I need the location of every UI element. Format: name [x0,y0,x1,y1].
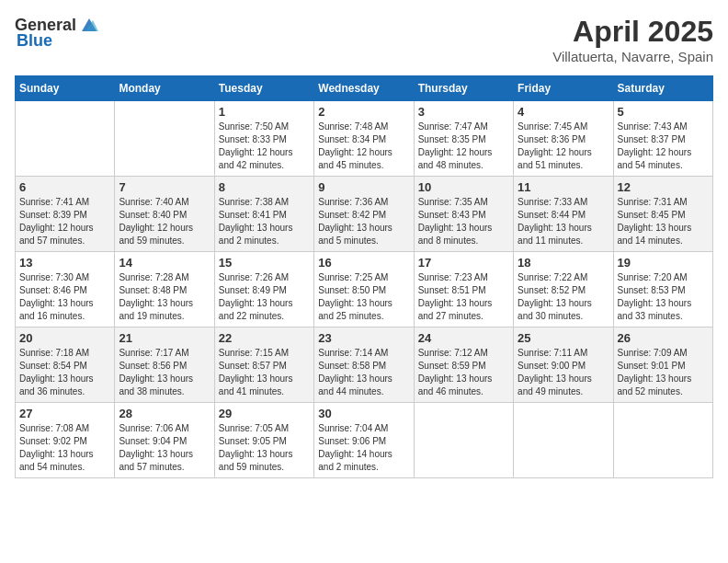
logo-blue: Blue [17,31,52,51]
weekday-header-monday: Monday [115,76,214,101]
day-number: 21 [119,331,210,345]
cell-info: Sunrise: 7:28 AM Sunset: 8:48 PM Dayligh… [119,271,210,323]
calendar-cell: 8Sunrise: 7:38 AM Sunset: 8:41 PM Daylig… [214,177,313,252]
day-number: 25 [518,331,609,345]
day-number: 20 [19,331,110,345]
cell-info: Sunrise: 7:15 AM Sunset: 8:57 PM Dayligh… [219,347,310,398]
day-number: 22 [219,331,310,345]
day-number: 14 [119,256,210,270]
cell-info: Sunrise: 7:40 AM Sunset: 8:40 PM Dayligh… [119,196,210,247]
calendar-cell: 13Sunrise: 7:30 AM Sunset: 8:46 PM Dayli… [16,252,115,327]
calendar-cell: 10Sunrise: 7:35 AM Sunset: 8:43 PM Dayli… [414,177,513,252]
day-number: 8 [219,180,310,194]
weekday-header-wednesday: Wednesday [314,76,414,101]
day-number: 19 [618,256,709,270]
day-number: 4 [518,105,609,119]
weekday-header-tuesday: Tuesday [214,76,313,101]
calendar-cell: 2Sunrise: 7:48 AM Sunset: 8:34 PM Daylig… [314,101,414,177]
calendar-cell: 6Sunrise: 7:41 AM Sunset: 8:39 PM Daylig… [16,177,115,252]
calendar-cell [16,101,115,177]
day-number: 2 [318,105,409,119]
month-title: April 2025 [552,15,713,49]
cell-info: Sunrise: 7:50 AM Sunset: 8:33 PM Dayligh… [219,121,310,172]
calendar-cell: 7Sunrise: 7:40 AM Sunset: 8:40 PM Daylig… [115,177,214,252]
cell-info: Sunrise: 7:41 AM Sunset: 8:39 PM Dayligh… [19,196,110,247]
day-number: 5 [618,105,709,119]
calendar-cell: 23Sunrise: 7:14 AM Sunset: 8:58 PM Dayli… [314,327,414,403]
cell-info: Sunrise: 7:04 AM Sunset: 9:06 PM Dayligh… [318,422,409,474]
cell-info: Sunrise: 7:36 AM Sunset: 8:42 PM Dayligh… [318,196,409,247]
cell-info: Sunrise: 7:33 AM Sunset: 8:44 PM Dayligh… [518,196,609,247]
cell-info: Sunrise: 7:18 AM Sunset: 8:54 PM Dayligh… [19,347,110,398]
calendar-cell [514,403,613,478]
calendar-cell: 26Sunrise: 7:09 AM Sunset: 9:01 PM Dayli… [613,327,712,403]
calendar-cell: 3Sunrise: 7:47 AM Sunset: 8:35 PM Daylig… [414,101,513,177]
calendar-week-row: 1Sunrise: 7:50 AM Sunset: 8:33 PM Daylig… [16,101,713,177]
day-number: 27 [19,407,110,420]
day-number: 6 [19,180,110,194]
cell-info: Sunrise: 7:05 AM Sunset: 9:05 PM Dayligh… [219,422,310,474]
day-number: 24 [418,331,509,345]
logo: General Blue [15,15,98,51]
calendar-week-row: 27Sunrise: 7:08 AM Sunset: 9:02 PM Dayli… [16,403,713,478]
calendar-cell: 30Sunrise: 7:04 AM Sunset: 9:06 PM Dayli… [314,403,414,478]
calendar-cell: 18Sunrise: 7:22 AM Sunset: 8:52 PM Dayli… [514,252,613,327]
cell-info: Sunrise: 7:22 AM Sunset: 8:52 PM Dayligh… [518,271,609,323]
calendar-cell: 12Sunrise: 7:31 AM Sunset: 8:45 PM Dayli… [613,177,712,252]
day-number: 28 [119,407,210,420]
cell-info: Sunrise: 7:47 AM Sunset: 8:35 PM Dayligh… [418,121,509,172]
calendar-cell: 29Sunrise: 7:05 AM Sunset: 9:05 PM Dayli… [214,403,313,478]
calendar-cell: 25Sunrise: 7:11 AM Sunset: 9:00 PM Dayli… [514,327,613,403]
cell-info: Sunrise: 7:17 AM Sunset: 8:56 PM Dayligh… [119,347,210,398]
cell-info: Sunrise: 7:43 AM Sunset: 8:37 PM Dayligh… [618,121,709,172]
day-number: 10 [418,180,509,194]
day-number: 11 [518,180,609,194]
location-title: Villatuerta, Navarre, Spain [552,49,713,64]
title-area: April 2025 Villatuerta, Navarre, Spain [552,15,713,64]
calendar-cell [414,403,513,478]
calendar-cell: 5Sunrise: 7:43 AM Sunset: 8:37 PM Daylig… [613,101,712,177]
day-number: 7 [119,180,210,194]
calendar-cell: 21Sunrise: 7:17 AM Sunset: 8:56 PM Dayli… [115,327,214,403]
day-number: 23 [318,331,409,345]
calendar-cell: 15Sunrise: 7:26 AM Sunset: 8:49 PM Dayli… [214,252,313,327]
calendar-cell: 22Sunrise: 7:15 AM Sunset: 8:57 PM Dayli… [214,327,313,403]
calendar-week-row: 6Sunrise: 7:41 AM Sunset: 8:39 PM Daylig… [16,177,713,252]
cell-info: Sunrise: 7:06 AM Sunset: 9:04 PM Dayligh… [119,422,210,474]
cell-info: Sunrise: 7:45 AM Sunset: 8:36 PM Dayligh… [518,121,609,172]
calendar-cell: 16Sunrise: 7:25 AM Sunset: 8:50 PM Dayli… [314,252,414,327]
calendar-cell: 17Sunrise: 7:23 AM Sunset: 8:51 PM Dayli… [414,252,513,327]
cell-info: Sunrise: 7:35 AM Sunset: 8:43 PM Dayligh… [418,196,509,247]
cell-info: Sunrise: 7:20 AM Sunset: 8:53 PM Dayligh… [618,271,709,323]
day-number: 18 [518,256,609,270]
page-header: General Blue April 2025 Villatuerta, Nav… [15,15,713,64]
calendar-cell: 1Sunrise: 7:50 AM Sunset: 8:33 PM Daylig… [214,101,313,177]
weekday-header-sunday: Sunday [16,76,115,101]
calendar-cell: 28Sunrise: 7:06 AM Sunset: 9:04 PM Dayli… [115,403,214,478]
day-number: 3 [418,105,509,119]
cell-info: Sunrise: 7:48 AM Sunset: 8:34 PM Dayligh… [318,121,409,172]
day-number: 26 [618,331,709,345]
cell-info: Sunrise: 7:09 AM Sunset: 9:01 PM Dayligh… [618,347,709,398]
calendar-cell [115,101,214,177]
day-number: 30 [318,407,409,420]
calendar-week-row: 20Sunrise: 7:18 AM Sunset: 8:54 PM Dayli… [16,327,713,403]
calendar-cell: 20Sunrise: 7:18 AM Sunset: 8:54 PM Dayli… [16,327,115,403]
day-number: 9 [318,180,409,194]
calendar-table: SundayMondayTuesdayWednesdayThursdayFrid… [15,75,713,478]
day-number: 29 [219,407,310,420]
calendar-cell: 9Sunrise: 7:36 AM Sunset: 8:42 PM Daylig… [314,177,414,252]
day-number: 17 [418,256,509,270]
calendar-cell: 19Sunrise: 7:20 AM Sunset: 8:53 PM Dayli… [613,252,712,327]
cell-info: Sunrise: 7:31 AM Sunset: 8:45 PM Dayligh… [618,196,709,247]
day-number: 13 [19,256,110,270]
day-number: 16 [318,256,409,270]
calendar-week-row: 13Sunrise: 7:30 AM Sunset: 8:46 PM Dayli… [16,252,713,327]
cell-info: Sunrise: 7:26 AM Sunset: 8:49 PM Dayligh… [219,271,310,323]
cell-info: Sunrise: 7:14 AM Sunset: 8:58 PM Dayligh… [318,347,409,398]
cell-info: Sunrise: 7:23 AM Sunset: 8:51 PM Dayligh… [418,271,509,323]
weekday-header-thursday: Thursday [414,76,513,101]
cell-info: Sunrise: 7:38 AM Sunset: 8:41 PM Dayligh… [219,196,310,247]
weekday-header-friday: Friday [514,76,613,101]
cell-info: Sunrise: 7:11 AM Sunset: 9:00 PM Dayligh… [518,347,609,398]
